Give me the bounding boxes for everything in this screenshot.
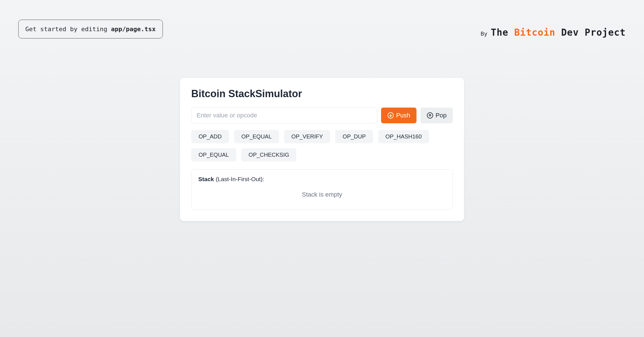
opcode-row: OP_ADD OP_EQUAL OP_VERIFY OP_DUP OP_HASH…	[191, 130, 453, 161]
opcode-chip-op-hash160[interactable]: OP_HASH160	[378, 130, 429, 143]
simulator-card: Bitcoin StackSimulator Push Pop OP_ADD O…	[180, 78, 464, 221]
by-text: By	[481, 30, 487, 37]
arrow-up-circle-icon	[427, 112, 433, 119]
opcode-chip-op-checksig[interactable]: OP_CHECKSIG	[241, 148, 296, 161]
opcode-input[interactable]	[191, 108, 377, 123]
opcode-chip-op-add[interactable]: OP_ADD	[191, 130, 229, 143]
stack-header: Stack (Last-In-First-Out):	[198, 176, 446, 183]
project-name: The Bitcoin Dev Project	[491, 27, 626, 38]
project-the: The	[491, 27, 514, 38]
stack-empty-text: Stack is empty	[198, 191, 446, 198]
input-row: Push Pop	[191, 108, 453, 123]
push-button[interactable]: Push	[381, 108, 416, 123]
opcode-chip-op-dup[interactable]: OP_DUP	[335, 130, 373, 143]
arrow-down-circle-icon	[387, 112, 394, 119]
project-rest: Dev Project	[555, 27, 626, 38]
pop-button[interactable]: Pop	[420, 108, 453, 123]
stack-label-bold: Stack	[198, 176, 214, 182]
push-label: Push	[396, 112, 410, 119]
code-path: app/page.tsx	[111, 26, 156, 33]
opcode-chip-op-equal-2[interactable]: OP_EQUAL	[191, 148, 236, 161]
pop-label: Pop	[436, 112, 447, 119]
get-started-text: Get started by editing	[25, 26, 111, 33]
opcode-chip-op-equal[interactable]: OP_EQUAL	[234, 130, 279, 143]
opcode-chip-op-verify[interactable]: OP_VERIFY	[284, 130, 330, 143]
get-started-box: Get started by editing app/page.tsx	[18, 20, 163, 38]
page-title: Bitcoin StackSimulator	[191, 88, 453, 100]
stack-label-rest: (Last-In-First-Out):	[214, 176, 264, 182]
project-bitcoin: Bitcoin	[514, 27, 555, 38]
by-line: By The Bitcoin Dev Project	[481, 20, 626, 38]
stack-panel: Stack (Last-In-First-Out): Stack is empt…	[191, 169, 453, 210]
